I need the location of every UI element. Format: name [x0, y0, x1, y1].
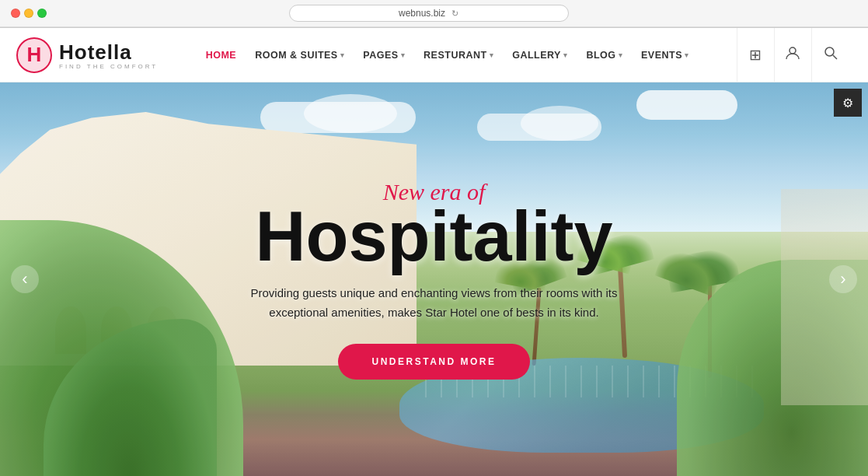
hero-section: New era of Hospitality Providing guests … [0, 82, 868, 476]
nav-icons: ⊞ [737, 28, 849, 82]
svg-line-5 [833, 55, 837, 59]
nav-pages[interactable]: PAGES▾ [363, 50, 405, 61]
search-icon [823, 45, 838, 65]
refresh-icon[interactable]: ↻ [451, 9, 458, 19]
user-icon-btn[interactable] [775, 28, 812, 82]
svg-point-4 [825, 47, 834, 56]
logo-svg: H [16, 37, 53, 74]
navbar: H Hotella FIND THE COMFORT HOME ROOM & S… [0, 28, 868, 82]
browser-chrome: webnus.biz ↻ [0, 0, 868, 28]
hero-title: Hospitality [255, 201, 612, 271]
understand-more-button[interactable]: UNDERSTAND MORE [338, 344, 531, 380]
dot-red[interactable] [11, 9, 20, 18]
calendar-icon-btn[interactable]: ⊞ [737, 28, 775, 82]
dot-yellow[interactable] [24, 9, 33, 18]
dot-green[interactable] [37, 9, 47, 18]
chevron-pages-icon: ▾ [401, 51, 406, 59]
user-icon [785, 45, 800, 65]
slider-arrow-left[interactable]: ‹ [11, 265, 39, 293]
nav-blog[interactable]: BLOG▾ [586, 50, 622, 61]
search-icon-btn[interactable] [812, 28, 849, 82]
nav-room-suites[interactable]: ROOM & SUITES▾ [255, 50, 344, 61]
svg-point-3 [790, 47, 796, 54]
url-text: webnus.biz [399, 8, 445, 19]
nav-events[interactable]: EVENTS▾ [641, 50, 689, 61]
settings-button[interactable]: ⚙ [834, 89, 862, 117]
nav-home[interactable]: HOME [206, 50, 237, 61]
nav-links: HOME ROOM & SUITES▾ PAGES▾ RESTURANT▾ GA… [206, 50, 689, 61]
chevron-events-icon: ▾ [685, 51, 689, 59]
slider-arrow-right[interactable]: › [829, 265, 857, 293]
logo-icon: H [16, 37, 53, 74]
nav-restaurant[interactable]: RESTURANT▾ [424, 50, 493, 61]
hero-description: Providing guests unique and enchanting v… [228, 284, 640, 323]
chevron-left-icon: ‹ [22, 269, 27, 289]
chevron-blog-icon: ▾ [619, 51, 623, 59]
logo-name: Hotella [59, 40, 158, 65]
chevron-right-icon: › [840, 269, 845, 289]
address-bar[interactable]: webnus.biz ↻ [289, 5, 569, 22]
chevron-gallery-icon: ▾ [563, 51, 568, 59]
chevron-restaurant-icon: ▾ [490, 51, 494, 59]
browser-titlebar: webnus.biz ↻ [0, 0, 868, 27]
gear-icon: ⚙ [842, 96, 853, 110]
logo: H Hotella FIND THE COMFORT [16, 37, 158, 74]
calendar-icon: ⊞ [749, 46, 762, 64]
chevron-room-icon: ▾ [340, 51, 345, 59]
logo-text: Hotella FIND THE COMFORT [59, 40, 158, 70]
hero-content: New era of Hospitality Providing guests … [0, 82, 868, 476]
logo-tagline: FIND THE COMFORT [59, 63, 158, 70]
browser-dots [11, 9, 47, 18]
nav-gallery[interactable]: GALLERY▾ [512, 50, 567, 61]
website: H Hotella FIND THE COMFORT HOME ROOM & S… [0, 28, 868, 476]
svg-text:H: H [27, 43, 42, 66]
